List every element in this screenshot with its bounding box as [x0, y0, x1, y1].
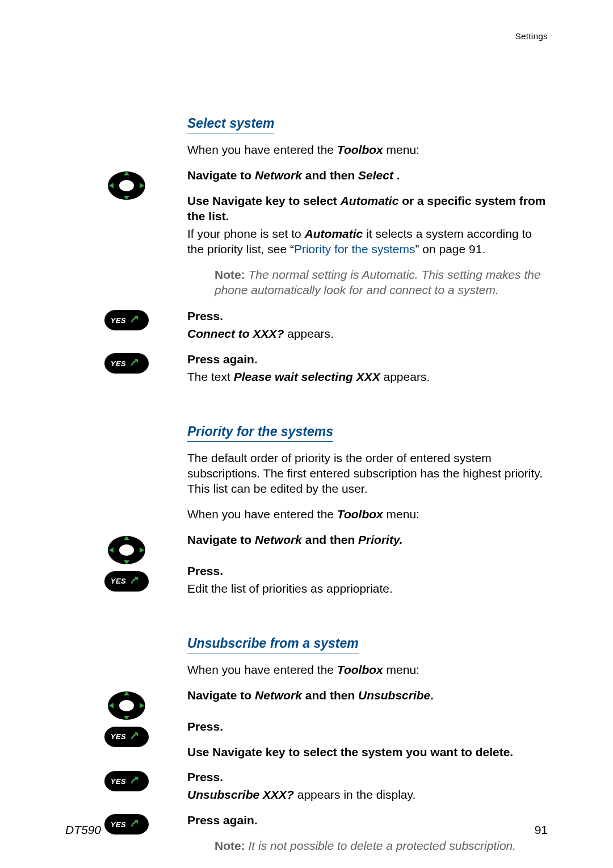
text: If your phone is set to	[187, 227, 305, 240]
text-bold-italic: Connect to XXX?	[187, 327, 284, 340]
note-text: The normal setting is Automatic. This se…	[215, 268, 541, 296]
text-bold: Navigate to	[187, 533, 255, 546]
text-bold: .	[430, 689, 434, 702]
text-bold: .	[397, 169, 400, 182]
text: appears in the display.	[294, 788, 415, 801]
heading-priority-for-the-systems: Priority for the systems	[187, 423, 333, 442]
text-bold-italic: Unsubscribe	[358, 689, 430, 702]
note-label: Note:	[215, 839, 245, 852]
text-bold: Use Navigate key to select	[187, 194, 341, 207]
yes-label: YES	[111, 316, 127, 325]
text-bold: Use Navigate key to select the system yo…	[187, 745, 548, 760]
footer-model: DT590	[65, 823, 101, 837]
text: When you have entered the	[187, 663, 337, 676]
footer-page-number: 91	[535, 823, 548, 837]
svg-point-1	[119, 180, 134, 191]
svg-point-13	[119, 700, 134, 711]
text: The text	[187, 370, 234, 383]
heading-unsubscribe-from-a-system: Unsubscribe from a system	[187, 635, 359, 653]
text-bold-italic: Network	[255, 169, 302, 182]
note-text: It is not possible to delete a protected…	[249, 839, 517, 852]
text-bold: Press.	[187, 770, 548, 785]
yes-button-icon: YES	[104, 310, 149, 330]
text: The default order of priority is the ord…	[187, 451, 548, 497]
text: ” on page 91.	[415, 242, 485, 255]
svg-point-7	[119, 544, 134, 556]
text-bold-italic: Toolbox	[337, 508, 383, 521]
text-bold: and then	[302, 533, 358, 546]
text: When you have entered the	[187, 143, 337, 156]
text-bold: Navigate to	[187, 169, 255, 182]
text-bold: Press again.	[187, 352, 548, 367]
text-bold-italic: Toolbox	[337, 663, 383, 676]
navigate-key-icon	[106, 689, 148, 722]
text: menu:	[383, 143, 419, 156]
heading-select-system: Select system	[187, 115, 274, 133]
text-bold: Press.	[187, 309, 548, 324]
text-bold-italic: Priority.	[358, 533, 403, 546]
text-bold: and then	[302, 169, 358, 182]
text-bold: Press.	[187, 564, 548, 579]
navigate-key-icon	[106, 534, 148, 567]
note-block: Note: It is not possible to delete a pro…	[187, 838, 548, 854]
text-bold-italic: Toolbox	[337, 143, 383, 156]
text-bold-italic: Please wait selecting XXX	[234, 370, 380, 383]
navigate-key-icon	[106, 169, 148, 202]
page-footer: DT590 91	[65, 823, 548, 837]
text-bold-italic: Network	[255, 533, 302, 546]
text: appears.	[284, 327, 334, 340]
note-label: Note:	[215, 268, 245, 281]
text: menu:	[383, 663, 419, 676]
yes-label: YES	[111, 359, 127, 368]
text: appears.	[380, 370, 430, 383]
yes-label: YES	[111, 577, 127, 585]
yes-label: YES	[111, 732, 127, 741]
note-block: Note: The normal setting is Automatic. T…	[187, 267, 548, 298]
text-bold-italic: Automatic	[305, 227, 363, 240]
text-bold-italic: Unsubscribe XXX?	[187, 788, 294, 801]
text: When you have entered the	[187, 508, 337, 521]
text-bold: and then	[302, 689, 358, 702]
text-bold-italic: Network	[255, 689, 302, 702]
text-bold-italic: Automatic	[341, 194, 399, 207]
yes-button-icon: YES	[104, 571, 149, 592]
link-priority-for-the-systems[interactable]: Priority for the systems	[294, 242, 415, 255]
yes-button-icon: YES	[104, 353, 149, 374]
text-bold: Navigate to	[187, 689, 255, 702]
text: Edit the list of priorities as appriopri…	[187, 581, 548, 597]
yes-button-icon: YES	[104, 771, 149, 791]
yes-button-icon: YES	[104, 727, 149, 747]
yes-label: YES	[111, 777, 127, 786]
text-bold-italic: Select	[358, 169, 397, 182]
page-header: Settings	[65, 31, 548, 41]
text: menu:	[383, 508, 419, 521]
text-bold: Press.	[187, 719, 548, 735]
